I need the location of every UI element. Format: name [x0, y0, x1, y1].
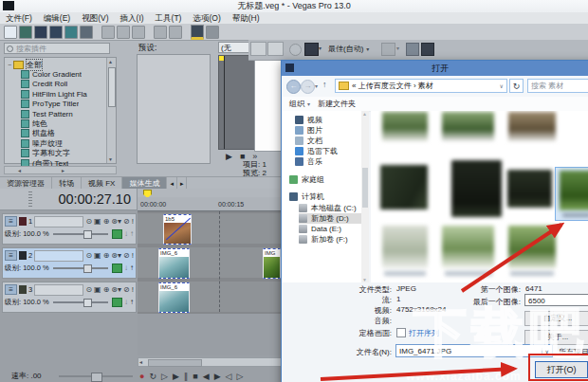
scroll-thumb[interactable] [362, 168, 368, 208]
mute-icon[interactable]: ⊘ [123, 250, 130, 262]
track-fx-icon[interactable]: ▣ [94, 250, 101, 262]
sidebar-item-music[interactable]: 音乐 [295, 156, 322, 167]
stop-icon[interactable]: ■ [193, 372, 197, 381]
track-name-field[interactable] [34, 250, 83, 262]
tree-item[interactable]: Credit Roll [21, 80, 116, 89]
scroll-up-icon[interactable]: ▲ [108, 59, 113, 64]
timeline-hscrollbar[interactable]: ◂ [138, 357, 282, 367]
track-gear-icon[interactable]: ⊛▾ [111, 216, 121, 227]
arrow-down-icon[interactable]: ↓ [124, 297, 128, 308]
properties-icon[interactable] [64, 26, 78, 39]
go-to-start-icon[interactable]: ◀ [203, 372, 210, 381]
level-slider[interactable] [53, 301, 108, 303]
record-icon[interactable]: ● [139, 372, 144, 381]
tree-item[interactable]: HitFilm Light Fla [21, 89, 116, 99]
tree-item[interactable]: ProType Titler [21, 100, 116, 109]
sidebar-scrollbar[interactable]: ▲ ▼ [361, 111, 369, 282]
menu-help[interactable]: 帮助(H) [227, 12, 266, 24]
forward-button[interactable]: → [301, 80, 315, 94]
edit-tool-icon[interactable] [191, 25, 204, 40]
menu-insert[interactable]: 插入(I) [115, 12, 150, 24]
level-slider[interactable] [53, 233, 108, 235]
track-header-2[interactable]: ≡ 2 ⊙▣⊕⊛▾⊘! 级别: 100.0 % ↓↑ [2, 247, 137, 279]
compositing-mode-icon[interactable]: ⊙ [85, 216, 92, 227]
sidebar-item-drive-e[interactable]: Data (E:) [299, 224, 341, 234]
preview-device-icon[interactable] [304, 43, 319, 56]
sidebar-item-pictures[interactable]: 图片 [295, 125, 322, 136]
new-project-icon[interactable] [4, 26, 17, 39]
play-icon[interactable]: ▶ [173, 372, 179, 381]
sidebar-item-drive-d[interactable]: 新加卷 (D:) [299, 213, 361, 224]
track-menu-icon[interactable]: ≡ [5, 216, 17, 227]
scroll-down-icon[interactable]: ▼ [362, 277, 367, 282]
plugin-search-box[interactable]: 搜索插件 [4, 43, 110, 54]
new-folder-button[interactable]: 新建文件夹 [318, 99, 356, 109]
play-icon[interactable]: ▶ [226, 152, 232, 161]
scroll-thumb[interactable] [108, 67, 116, 107]
breadcrumb[interactable]: « 上传百度云文件 › 素材 [352, 81, 497, 91]
menu-options[interactable]: 选项(O) [187, 12, 226, 24]
level-slider-handle[interactable] [83, 299, 92, 307]
preview-quality-dropdown[interactable]: 最佳(自动) ▾ [328, 43, 369, 54]
solo-icon[interactable]: ! [132, 216, 134, 227]
automation-icon[interactable]: ⊕ [103, 284, 110, 296]
tree-item[interactable]: Test Pattern [21, 109, 116, 118]
sidebar-item-computer[interactable]: 计算机 [289, 191, 324, 202]
sidebar-item-homegroup[interactable]: 家庭组 [289, 174, 324, 185]
timeline-event[interactable]: IMG [263, 248, 281, 279]
open-icon[interactable] [19, 26, 32, 39]
track-name-field[interactable] [34, 216, 83, 227]
menu-edit[interactable]: 编辑(E) [38, 12, 76, 24]
address-bar[interactable]: « 上传百度云文件 › 素材 ∨ [335, 79, 507, 93]
file-thumbnail-selected[interactable] [555, 167, 588, 221]
copy-icon[interactable] [117, 26, 130, 39]
scroll-right-icon[interactable]: ▸ [62, 167, 64, 173]
address-dropdown-icon[interactable]: ∨ [497, 82, 506, 89]
prev-frame-icon[interactable]: ◁ [226, 372, 232, 381]
tab-video-preview-icon[interactable] [250, 42, 266, 56]
collapse-icon[interactable]: − [8, 62, 11, 68]
menu-file[interactable]: 文件(F) [0, 12, 38, 24]
timecode-display[interactable]: 00:00:27.10 [0, 189, 138, 210]
mute-icon[interactable]: ⊘ [123, 284, 130, 296]
help-cursor-icon[interactable] [206, 26, 219, 39]
track-name-field[interactable] [34, 284, 83, 296]
track-gear-icon[interactable]: ⊛▾ [111, 284, 121, 296]
recent-locations-icon[interactable]: ▾ [315, 82, 318, 89]
track-motion-icon[interactable] [112, 264, 122, 273]
tree-root-row[interactable]: − 全部 [8, 60, 116, 69]
tree-item[interactable]: Color Gradient [21, 69, 116, 79]
arrow-down-icon[interactable]: ↓ [124, 228, 128, 240]
sidebar-item-videos[interactable]: 视频 [295, 115, 322, 125]
cut-icon[interactable] [101, 26, 115, 39]
rate-slider-handle[interactable] [91, 373, 102, 382]
timeline-event[interactable]: IMG_6 [158, 282, 190, 313]
save-frame-icon[interactable] [421, 43, 434, 56]
tree-item[interactable]: 棋盘格 [21, 129, 116, 138]
sidebar-item-documents[interactable]: 文档 [295, 136, 322, 146]
track-motion-icon[interactable] [112, 298, 122, 307]
file-thumbnail[interactable] [508, 226, 556, 268]
menu-view[interactable]: 视图(V) [76, 12, 114, 24]
compositing-mode-icon[interactable]: ⊙ [85, 250, 92, 262]
next-frame-icon[interactable]: ▷ [237, 372, 244, 381]
solo-icon[interactable]: ! [132, 250, 134, 262]
sidebar-item-drive-c[interactable]: 本地磁盘 (C:) [299, 203, 357, 213]
go-to-end-icon[interactable]: ▶ [214, 372, 221, 381]
rate-slider[interactable] [59, 375, 133, 377]
chevron-down-icon[interactable]: ▾ [319, 45, 322, 51]
tree-item[interactable]: 纯色 [21, 118, 116, 128]
track-motion-icon[interactable] [112, 229, 122, 239]
solo-icon[interactable]: ! [132, 284, 134, 296]
track-fx-icon[interactable]: ▣ [94, 284, 101, 296]
mute-icon[interactable]: ⊘ [123, 216, 130, 227]
copy-frame-icon[interactable] [406, 43, 419, 56]
file-thumbnail[interactable] [380, 165, 428, 209]
redo-icon[interactable] [169, 26, 182, 39]
file-thumbnail[interactable] [451, 160, 502, 217]
project-media-icon[interactable] [80, 26, 93, 39]
timeline-event[interactable]: IMG_6 [158, 248, 190, 279]
level-slider-handle[interactable] [83, 230, 92, 239]
chevron-down-icon[interactable]: ▾ [396, 45, 399, 51]
up-button[interactable]: ↑ [322, 80, 327, 89]
